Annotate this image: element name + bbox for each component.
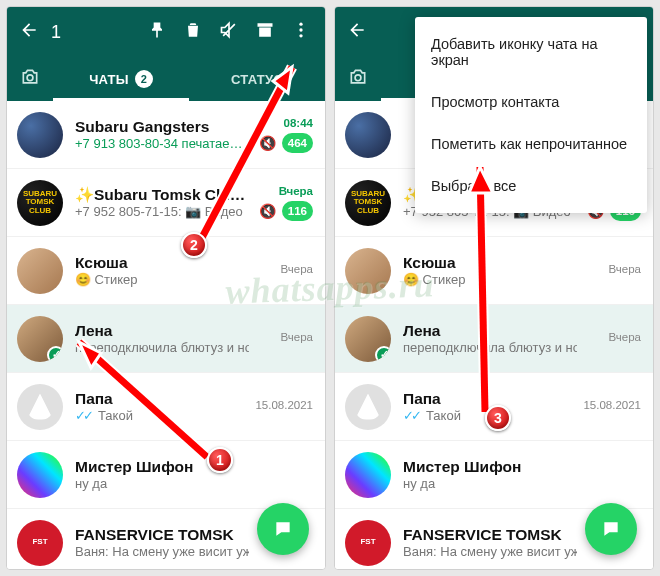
chat-meta — [577, 473, 641, 477]
chat-time: 15.08.2021 — [583, 399, 641, 411]
camera-tab[interactable] — [7, 67, 53, 92]
avatar[interactable] — [17, 112, 63, 158]
chat-meta: 15.08.2021 — [577, 399, 641, 415]
avatar[interactable] — [17, 452, 63, 498]
chat-content: Мистер Шифонну да — [391, 458, 577, 491]
chat-content: FANSERVICE TOMSKВаня: На смену уже висит… — [63, 526, 249, 559]
new-chat-fab[interactable] — [257, 503, 309, 555]
menu-add-shortcut[interactable]: Добавить иконку чата на экран — [415, 23, 647, 81]
avatar[interactable]: FST — [345, 520, 391, 566]
chat-meta: 15.08.2021 — [249, 399, 313, 415]
chat-time: Вчера — [609, 331, 641, 343]
muted-icon: 🔇 — [259, 203, 276, 219]
avatar[interactable] — [17, 384, 63, 430]
chat-meta: Вчера — [249, 331, 313, 347]
delete-button[interactable] — [177, 20, 209, 45]
camera-icon — [20, 67, 40, 87]
chat-subtitle: +7 913 803-80-34 печатае… — [75, 136, 249, 151]
message-icon — [273, 519, 293, 539]
menu-mark-unread[interactable]: Пометить как непрочитанное — [415, 123, 647, 165]
chat-time: 15.08.2021 — [255, 399, 313, 411]
chat-meta: Вчера — [577, 263, 641, 279]
chat-title: Subaru Gangsters — [75, 118, 249, 136]
camera-icon — [348, 67, 368, 87]
chat-subtitle: Ваня: На смену уже висит уже — [403, 544, 577, 559]
tab-chats[interactable]: ЧАТЫ 2 — [53, 57, 189, 101]
unread-badge: 464 — [282, 133, 313, 153]
chat-meta — [249, 473, 313, 477]
avatar[interactable] — [345, 452, 391, 498]
chat-row[interactable]: Мистер Шифонну да — [335, 441, 653, 509]
chat-subtitle: +7 952 805-71-15: 📷 Видео — [75, 204, 249, 219]
chat-row[interactable]: Subaru Gangsters+7 913 803-80-34 печатае… — [7, 101, 325, 169]
chat-content: ✨Subaru Tomsk Clu…+7 952 805-71-15: 📷 Ви… — [63, 186, 249, 219]
selected-check-icon: ✓ — [375, 346, 391, 362]
context-menu: Добавить иконку чата на экран Просмотр к… — [415, 17, 647, 213]
tab-status[interactable]: СТАТУС — [189, 57, 325, 101]
svg-point-3 — [27, 74, 33, 80]
chat-list[interactable]: Subaru Gangsters+7 913 803-80-34 печатае… — [7, 101, 325, 569]
chat-row[interactable]: ✓Ленапереподключила блютуз и норм ст…Вче… — [335, 305, 653, 373]
chat-meta: Вчера — [577, 331, 641, 347]
trash-icon — [183, 20, 203, 40]
back-button[interactable] — [15, 20, 43, 45]
more-button[interactable] — [285, 20, 317, 45]
chat-title: FANSERVICE TOMSK — [75, 526, 249, 544]
avatar[interactable]: SUBARU TOMSK CLUB — [345, 180, 391, 226]
mute-button[interactable] — [213, 20, 245, 45]
avatar[interactable] — [17, 248, 63, 294]
chat-title: Папа — [75, 390, 249, 408]
unread-badge: 116 — [282, 201, 313, 221]
pin-icon — [147, 20, 167, 40]
menu-select-all[interactable]: Выбрать все — [415, 165, 647, 207]
read-ticks-icon: ✓✓ — [403, 408, 419, 423]
tab-bar: ЧАТЫ 2 СТАТУС — [7, 57, 325, 101]
read-ticks-icon: ✓✓ — [75, 408, 91, 423]
chats-badge: 2 — [135, 70, 153, 88]
chat-row[interactable]: Папа✓✓Такой15.08.2021 — [7, 373, 325, 441]
chat-content: Ленапереподключила блютуз и норм ст… — [63, 322, 249, 355]
chat-row[interactable]: Папа✓✓Такой15.08.2021 — [335, 373, 653, 441]
chat-meta: 08:44🔇464 — [249, 117, 313, 153]
avatar[interactable]: SUBARU TOMSK CLUB — [17, 180, 63, 226]
chat-row[interactable]: SUBARU TOMSK CLUB✨Subaru Tomsk Clu…+7 95… — [7, 169, 325, 237]
chat-subtitle: ну да — [403, 476, 577, 491]
chat-subtitle: ✓✓Такой — [75, 408, 249, 423]
pin-button[interactable] — [141, 20, 173, 45]
watermark: whatsapps.ru — [225, 263, 435, 312]
chat-time: 08:44 — [284, 117, 313, 129]
chat-row[interactable]: ✓Ленапереподключила блютуз и норм ст…Вче… — [7, 305, 325, 373]
chat-time: Вчера — [279, 185, 313, 197]
chat-title: Ксюша — [75, 254, 249, 272]
arrow-left-icon — [347, 20, 367, 40]
chat-row[interactable]: Мистер Шифонну да — [7, 441, 325, 509]
selected-check-icon: ✓ — [47, 346, 63, 362]
archive-button[interactable] — [249, 20, 281, 45]
avatar[interactable] — [345, 384, 391, 430]
chat-time: Вчера — [281, 331, 313, 343]
avatar[interactable]: ✓ — [345, 316, 391, 362]
svg-point-1 — [299, 28, 302, 31]
chat-title: Папа — [403, 390, 577, 408]
menu-view-contact[interactable]: Просмотр контакта — [415, 81, 647, 123]
chat-title: ✨Subaru Tomsk Clu… — [75, 186, 249, 204]
tab-chats-label: ЧАТЫ — [89, 72, 129, 87]
more-vert-icon — [291, 20, 311, 40]
chat-title: Лена — [403, 322, 577, 340]
chat-subtitle: Ваня: На смену уже висит уже — [75, 544, 249, 559]
chat-subtitle: 😊 Стикер — [75, 272, 249, 287]
chat-content: Папа✓✓Такой — [63, 390, 249, 423]
selected-count: 1 — [51, 22, 61, 43]
svg-point-2 — [299, 34, 302, 37]
avatar[interactable]: ✓ — [17, 316, 63, 362]
new-chat-fab[interactable] — [585, 503, 637, 555]
back-button[interactable] — [343, 20, 371, 45]
message-icon — [601, 519, 621, 539]
action-bar: 1 — [7, 7, 325, 57]
tab-status-label: СТАТУС — [231, 72, 283, 87]
camera-tab[interactable] — [335, 67, 381, 92]
chat-title: Мистер Шифон — [403, 458, 577, 476]
chat-content: Ксюша😊 Стикер — [63, 254, 249, 287]
avatar[interactable] — [345, 112, 391, 158]
avatar[interactable]: FST — [17, 520, 63, 566]
